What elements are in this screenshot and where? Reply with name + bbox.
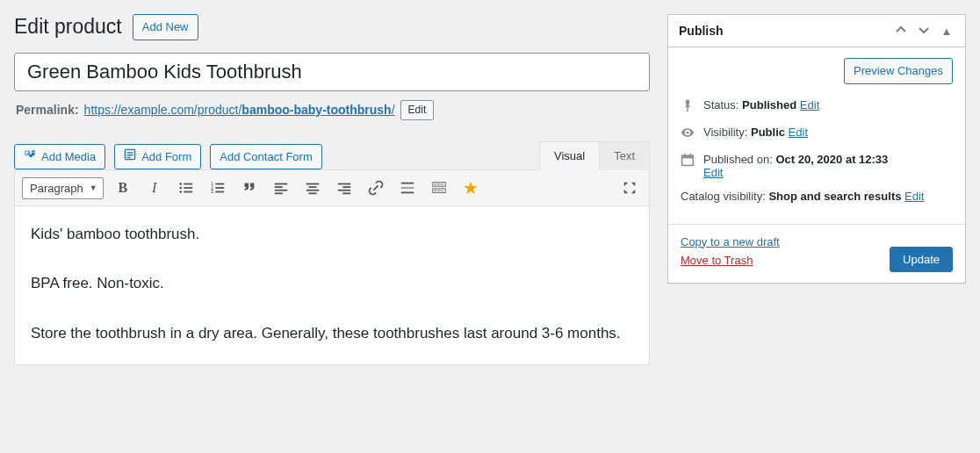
- status-value: Published: [742, 98, 796, 111]
- copy-draft-link[interactable]: Copy to a new draft: [681, 235, 780, 248]
- permalink-row: Permalink: https://example.com/product/b…: [16, 100, 650, 121]
- blockquote-button[interactable]: [237, 176, 262, 200]
- editor-content[interactable]: Kids' bamboo toothbrush. BPA free. Non-t…: [15, 206, 649, 364]
- status-edit-link[interactable]: Edit: [800, 98, 819, 111]
- svg-point-6: [179, 187, 182, 190]
- svg-rect-16: [275, 183, 287, 185]
- add-media-button[interactable]: Add Media: [14, 144, 105, 170]
- svg-rect-41: [684, 153, 686, 155]
- product-title-input[interactable]: [14, 53, 650, 91]
- catalog-edit-link[interactable]: Edit: [904, 190, 924, 203]
- svg-point-4: [179, 183, 182, 185]
- calendar-icon: [681, 153, 695, 169]
- preview-changes-button[interactable]: Preview Changes: [844, 58, 953, 84]
- tab-visual[interactable]: Visual: [539, 141, 600, 170]
- svg-rect-26: [338, 190, 350, 191]
- svg-rect-22: [306, 190, 319, 191]
- svg-rect-37: [437, 191, 440, 191]
- permalink-link[interactable]: https://example.com/product/bamboo-baby-…: [84, 103, 395, 117]
- svg-rect-9: [184, 191, 192, 193]
- align-center-button[interactable]: [300, 176, 325, 200]
- update-button[interactable]: Update: [890, 247, 953, 272]
- visibility-value: Public: [751, 126, 785, 139]
- svg-rect-13: [215, 187, 224, 189]
- svg-rect-28: [401, 183, 414, 184]
- svg-rect-23: [308, 192, 316, 194]
- svg-rect-19: [275, 192, 283, 194]
- status-label: Status:: [703, 98, 739, 111]
- link-button[interactable]: [364, 176, 388, 200]
- svg-rect-15: [215, 191, 224, 193]
- bullet-list-button[interactable]: [174, 176, 198, 200]
- numbered-list-button[interactable]: 123: [205, 176, 230, 200]
- editor-paragraph: Kids' bamboo toothbrush.: [31, 220, 633, 248]
- svg-rect-25: [342, 186, 350, 188]
- align-right-button[interactable]: [332, 176, 357, 200]
- svg-rect-18: [275, 190, 287, 191]
- editor-toolbar: Paragraph B I 123 ★: [15, 170, 649, 206]
- editor-paragraph: Store the toothbrush in a dry area. Gene…: [31, 320, 633, 348]
- permalink-label: Permalink:: [16, 103, 79, 117]
- svg-rect-7: [184, 187, 192, 189]
- add-new-button[interactable]: Add New: [133, 14, 198, 40]
- tab-text[interactable]: Text: [599, 141, 650, 170]
- svg-text:3: 3: [211, 189, 213, 194]
- published-label: Published on:: [703, 153, 773, 166]
- svg-rect-42: [689, 153, 691, 155]
- svg-rect-5: [184, 183, 192, 185]
- format-select[interactable]: Paragraph: [22, 177, 104, 199]
- add-contact-form-button[interactable]: Add Contact Form: [210, 144, 322, 170]
- editor-paragraph: BPA free. Non-toxic.: [31, 270, 633, 298]
- published-value: Oct 20, 2020 at 12:33: [775, 153, 888, 166]
- italic-button[interactable]: I: [142, 176, 167, 200]
- svg-rect-27: [342, 192, 350, 194]
- svg-rect-33: [437, 184, 440, 185]
- read-more-button[interactable]: [395, 176, 420, 200]
- publish-box: Publish ▲ Preview Changes Status: Publis…: [667, 14, 966, 284]
- catalog-value: Shop and search results: [768, 190, 901, 203]
- svg-rect-11: [215, 183, 224, 185]
- fullscreen-button[interactable]: [617, 176, 642, 200]
- visibility-edit-link[interactable]: Edit: [789, 126, 808, 139]
- svg-point-8: [179, 191, 182, 193]
- add-form-button[interactable]: Add Form: [114, 144, 201, 170]
- eye-icon: [681, 126, 695, 142]
- move-to-trash-link[interactable]: Move to Trash: [681, 254, 780, 267]
- toggle-panel-icon[interactable]: ▲: [939, 25, 955, 38]
- move-down-icon[interactable]: [916, 25, 932, 38]
- page-title: Edit product: [14, 15, 122, 39]
- svg-rect-29: [401, 187, 414, 189]
- publish-box-title: Publish: [679, 24, 724, 38]
- pin-icon: [681, 98, 695, 115]
- svg-rect-21: [308, 186, 316, 188]
- svg-rect-34: [441, 184, 443, 185]
- bold-button[interactable]: B: [111, 176, 135, 200]
- form-icon: [124, 148, 136, 166]
- svg-rect-40: [682, 155, 694, 158]
- camera-music-icon: [24, 148, 36, 166]
- svg-rect-30: [401, 192, 414, 194]
- svg-rect-17: [275, 186, 283, 188]
- toolbar-toggle-button[interactable]: [427, 176, 451, 200]
- svg-rect-24: [338, 183, 350, 185]
- svg-rect-32: [434, 184, 436, 185]
- visibility-label: Visibility:: [703, 126, 747, 139]
- svg-rect-36: [434, 191, 436, 191]
- move-up-icon[interactable]: [893, 25, 909, 38]
- catalog-label: Catalog visibility:: [681, 190, 766, 203]
- published-edit-link[interactable]: Edit: [703, 166, 723, 179]
- editor: Paragraph B I 123 ★ Kids' bamboo toothbr…: [14, 169, 650, 365]
- svg-rect-38: [441, 191, 443, 191]
- align-left-button[interactable]: [269, 176, 293, 200]
- permalink-edit-button[interactable]: Edit: [400, 100, 435, 121]
- svg-rect-20: [306, 183, 319, 185]
- star-icon[interactable]: ★: [458, 176, 483, 200]
